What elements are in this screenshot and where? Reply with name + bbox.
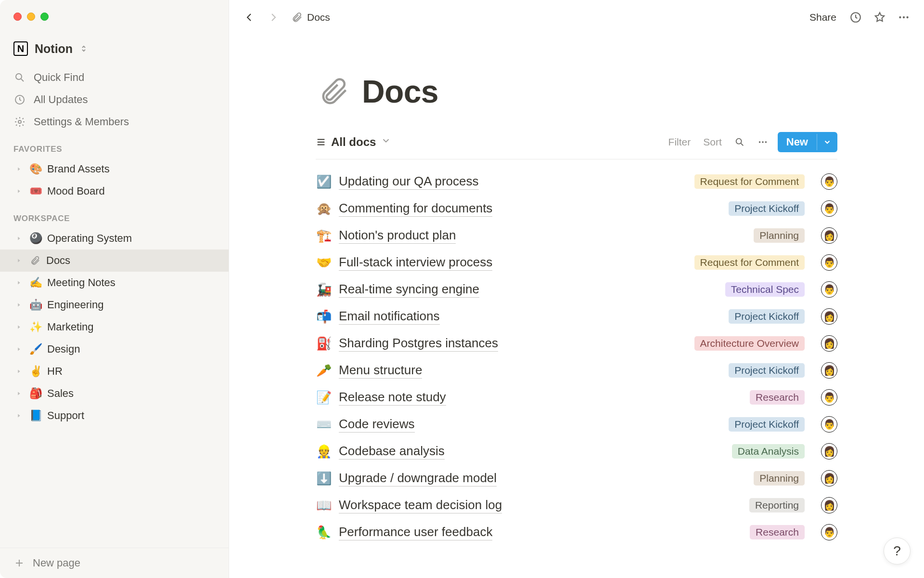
doc-title-link[interactable]: Upgrade / downgrade model bbox=[339, 471, 497, 486]
page-label: Engineering bbox=[47, 299, 103, 311]
updates-button[interactable] bbox=[846, 8, 865, 27]
view-tab-all-docs[interactable]: All docs bbox=[316, 135, 391, 149]
doc-row[interactable]: 🥕Menu structureProject Kickoff👩 bbox=[316, 357, 837, 384]
doc-emoji: 📖 bbox=[316, 498, 332, 513]
doc-row[interactable]: 📖Workspace team decision logReporting👩 bbox=[316, 492, 837, 519]
sidebar-workspace-item[interactable]: ✍️Meeting Notes bbox=[0, 272, 229, 294]
sidebar-workspace-item[interactable]: 🤖Engineering bbox=[0, 294, 229, 316]
page-icon-paperclip[interactable] bbox=[316, 74, 351, 109]
filter-button[interactable]: Filter bbox=[666, 134, 694, 150]
doc-title-link[interactable]: Real-time syncing engine bbox=[339, 282, 479, 298]
page-label: Mood Board bbox=[47, 185, 105, 197]
search-button[interactable] bbox=[732, 134, 748, 150]
page-emoji: 🎨 bbox=[29, 163, 42, 175]
all-updates[interactable]: All Updates bbox=[0, 89, 229, 111]
sidebar-workspace-item[interactable]: ✌️HR bbox=[0, 360, 229, 382]
svg-point-5 bbox=[903, 16, 905, 18]
doc-author-avatar[interactable]: 👩 bbox=[821, 497, 837, 513]
sidebar-workspace-item[interactable]: 📘Support bbox=[0, 405, 229, 427]
doc-author-avatar[interactable]: 👩 bbox=[821, 443, 837, 460]
caret-icon[interactable] bbox=[15, 302, 24, 308]
doc-author-avatar[interactable]: 👩 bbox=[821, 362, 837, 379]
new-page-button[interactable]: New page bbox=[0, 548, 229, 578]
caret-icon[interactable] bbox=[15, 188, 24, 195]
caret-icon[interactable] bbox=[15, 346, 24, 353]
doc-author-avatar[interactable]: 👨 bbox=[821, 254, 837, 271]
doc-row[interactable]: ⬇️Upgrade / downgrade modelPlanning👩 bbox=[316, 465, 837, 492]
settings-members[interactable]: Settings & Members bbox=[0, 111, 229, 133]
more-button[interactable] bbox=[894, 8, 913, 27]
help-button[interactable]: ? bbox=[884, 538, 911, 565]
doc-title-link[interactable]: Menu structure bbox=[339, 363, 422, 379]
doc-author-avatar[interactable]: 👨 bbox=[821, 173, 837, 190]
nav-forward-button[interactable] bbox=[264, 8, 283, 27]
doc-title-link[interactable]: Sharding Postgres instances bbox=[339, 336, 498, 352]
doc-title-link[interactable]: Updating our QA process bbox=[339, 174, 479, 190]
doc-author-avatar[interactable]: 👩 bbox=[821, 227, 837, 244]
doc-author-avatar[interactable]: 👩 bbox=[821, 470, 837, 486]
share-button[interactable]: Share bbox=[805, 9, 841, 26]
workspace-switcher[interactable]: N Notion bbox=[0, 38, 229, 66]
view-more-button[interactable] bbox=[755, 134, 771, 150]
doc-row[interactable]: 👷Codebase analysisData Analysis👩 bbox=[316, 438, 837, 465]
doc-row[interactable]: 🤝Full-stack interview processRequest for… bbox=[316, 249, 837, 276]
doc-row[interactable]: 🦜Performance user feedbackResearch👨 bbox=[316, 519, 837, 546]
workspace-name: Notion bbox=[35, 42, 73, 56]
close-window-button[interactable] bbox=[13, 13, 22, 21]
page-emoji: ✌️ bbox=[29, 365, 42, 378]
maximize-window-button[interactable] bbox=[40, 13, 49, 21]
doc-title-link[interactable]: Workspace team decision log bbox=[339, 498, 502, 513]
doc-row[interactable]: ⌨️Code reviewsProject Kickoff👨 bbox=[316, 411, 837, 438]
doc-title-link[interactable]: Release note study bbox=[339, 390, 446, 406]
page-label: Design bbox=[47, 343, 80, 355]
breadcrumb[interactable]: Docs bbox=[291, 11, 330, 24]
doc-row[interactable]: 🚂Real-time syncing engineTechnical Spec👨 bbox=[316, 276, 837, 303]
doc-row[interactable]: 📬Email notificationsProject Kickoff👩 bbox=[316, 303, 837, 330]
caret-icon[interactable] bbox=[15, 235, 24, 242]
doc-title-link[interactable]: Full-stack interview process bbox=[339, 255, 492, 271]
doc-author-avatar[interactable]: 👨 bbox=[821, 281, 837, 298]
caret-icon[interactable] bbox=[15, 368, 24, 375]
doc-row[interactable]: 🏗️Notion's product planPlanning👩 bbox=[316, 222, 837, 249]
doc-author-avatar[interactable]: 👩 bbox=[821, 335, 837, 352]
doc-tag: Planning bbox=[754, 228, 805, 243]
nav-back-button[interactable] bbox=[240, 8, 259, 27]
doc-author-avatar[interactable]: 👨 bbox=[821, 389, 837, 406]
doc-title-link[interactable]: Commenting for documents bbox=[339, 201, 492, 217]
minimize-window-button[interactable] bbox=[27, 13, 35, 21]
doc-title-link[interactable]: Performance user feedback bbox=[339, 525, 492, 540]
sidebar-workspace-item[interactable]: 🎱Operating System bbox=[0, 227, 229, 250]
sidebar-workspace-item[interactable]: Docs bbox=[0, 250, 229, 272]
doc-title-link[interactable]: Codebase analysis bbox=[339, 444, 445, 460]
doc-title-link[interactable]: Notion's product plan bbox=[339, 228, 456, 244]
doc-row[interactable]: 📝Release note studyResearch👨 bbox=[316, 384, 837, 411]
doc-author-avatar[interactable]: 👨 bbox=[821, 524, 837, 540]
doc-row[interactable]: ⛽Sharding Postgres instancesArchitecture… bbox=[316, 330, 837, 357]
page-emoji: ✍️ bbox=[29, 276, 42, 289]
sidebar-favorite-item[interactable]: 🎨Brand Assets bbox=[0, 158, 229, 180]
new-doc-dropdown[interactable] bbox=[817, 134, 837, 150]
caret-icon[interactable] bbox=[15, 279, 24, 286]
doc-row[interactable]: ☑️Updating our QA processRequest for Com… bbox=[316, 168, 837, 195]
doc-title-link[interactable]: Email notifications bbox=[339, 309, 440, 325]
doc-title-link[interactable]: Code reviews bbox=[339, 417, 415, 433]
page-title[interactable]: Docs bbox=[362, 73, 438, 110]
sidebar-workspace-item[interactable]: 🎒Sales bbox=[0, 382, 229, 405]
quick-find[interactable]: Quick Find bbox=[0, 66, 229, 89]
doc-author-avatar[interactable]: 👨 bbox=[821, 416, 837, 433]
doc-author-avatar[interactable]: 👩 bbox=[821, 308, 837, 325]
caret-icon[interactable] bbox=[15, 324, 24, 330]
sidebar-workspace-item[interactable]: 🖌️Design bbox=[0, 338, 229, 360]
sort-button[interactable]: Sort bbox=[700, 134, 725, 150]
favorite-button[interactable] bbox=[870, 8, 889, 27]
new-doc-label[interactable]: New bbox=[778, 132, 817, 152]
caret-icon[interactable] bbox=[15, 257, 24, 264]
doc-author-avatar[interactable]: 👨 bbox=[821, 200, 837, 217]
page-emoji: 🎒 bbox=[29, 387, 42, 400]
caret-icon[interactable] bbox=[15, 166, 24, 172]
sidebar-favorite-item[interactable]: 🎟️Mood Board bbox=[0, 180, 229, 202]
sidebar-workspace-item[interactable]: ✨Marketing bbox=[0, 316, 229, 338]
caret-icon[interactable] bbox=[15, 390, 24, 397]
doc-row[interactable]: 🙊Commenting for documentsProject Kickoff… bbox=[316, 195, 837, 222]
caret-icon[interactable] bbox=[15, 412, 24, 419]
